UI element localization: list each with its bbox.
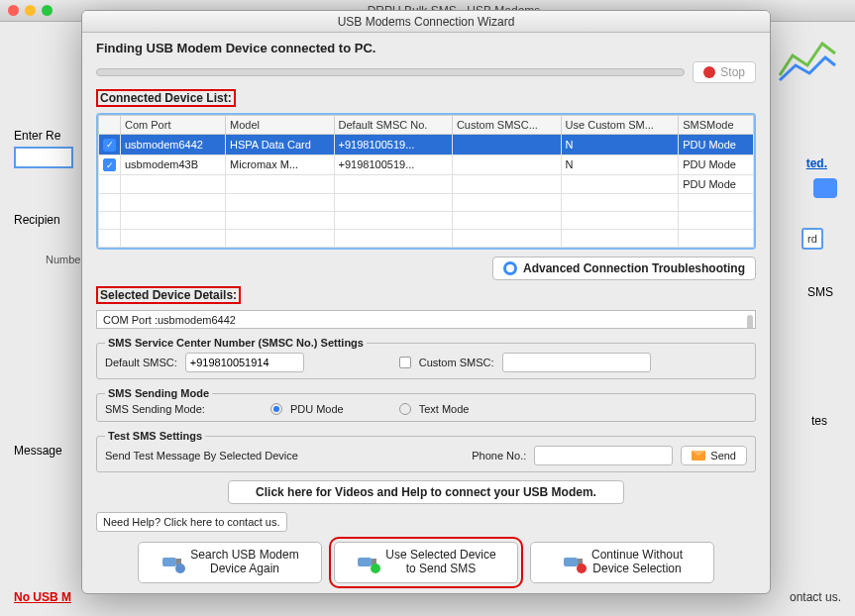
gear-icon (503, 261, 517, 275)
table-row[interactable] (99, 230, 754, 248)
mail-icon (692, 451, 705, 461)
row-checkbox[interactable]: ✓ (103, 139, 116, 152)
table-header[interactable]: Model (226, 116, 335, 135)
pdu-mode-radio[interactable] (270, 403, 282, 415)
need-help-button[interactable]: Need Help? Click here to contact us. (96, 512, 287, 532)
details-scrollbar[interactable] (747, 315, 753, 329)
connected-device-list-heading: Connected Device List: (96, 89, 236, 107)
table-header[interactable]: Use Custom SM... (561, 116, 679, 135)
row-checkbox-cell[interactable] (99, 175, 121, 194)
traffic-lights[interactable] (0, 5, 53, 16)
custom-smsc-input[interactable] (502, 353, 651, 372)
test-sms-group: Test SMS Settings Send Test Message By S… (96, 430, 756, 472)
send-test-button[interactable]: Send (681, 446, 747, 465)
bg-sms-label-fragment: SMS (807, 285, 833, 299)
test-sms-label: Send Test Message By Selected Device (105, 450, 298, 462)
usb-cancel-icon (562, 555, 584, 570)
use-selected-device-button[interactable]: Use Selected Deviceto Send SMS (334, 542, 518, 583)
stop-button-label: Stop (720, 65, 745, 79)
selected-device-details-box: COM Port :usbmodem6442Manufacturer :TCT … (96, 310, 756, 329)
text-mode-radio[interactable] (399, 403, 411, 415)
table-row[interactable]: ✓usbmodem6442HSPA Data Card+9198100519..… (99, 135, 754, 155)
custom-smsc-label: Custom SMSC: (419, 357, 494, 368)
videos-help-button[interactable]: Click here for Videos and Help to connec… (228, 480, 624, 504)
bg-recipient-input[interactable] (14, 147, 73, 168)
bg-message-label: Message (14, 444, 62, 458)
table-header[interactable]: Custom SMSC... (452, 116, 561, 135)
table-header[interactable]: SMSMode (679, 116, 754, 135)
send-test-label: Send (710, 450, 736, 462)
close-icon[interactable] (8, 5, 19, 16)
phone-no-input[interactable] (534, 446, 673, 465)
pdu-mode-label: PDU Mode (290, 403, 344, 415)
minimize-icon[interactable] (25, 5, 36, 16)
scan-progress-bar (96, 68, 685, 76)
continue-without-label: Continue WithoutDevice Selection (591, 549, 683, 576)
table-row[interactable] (99, 194, 754, 212)
advanced-troubleshooting-label: Advanced Connection Troubleshooting (523, 261, 745, 275)
text-mode-label: Text Mode (419, 403, 470, 415)
smsc-settings-legend: SMS Service Center Number (SMSC No.) Set… (105, 337, 367, 349)
table-header[interactable]: Default SMSC No. (334, 116, 452, 135)
connection-wizard-dialog: USB Modems Connection Wizard Finding USB… (81, 10, 771, 594)
smsc-settings-group: SMS Service Center Number (SMSC No.) Set… (96, 337, 756, 379)
default-smsc-label: Default SMSC: (105, 357, 177, 368)
selected-device-details-heading: Selected Device Details: (96, 286, 241, 304)
detail-line: COM Port :usbmodem6442 (103, 314, 749, 328)
advanced-troubleshooting-button[interactable]: Advanced Connection Troubleshooting (492, 257, 756, 280)
table-header[interactable] (99, 116, 121, 135)
bg-number-column-label: Numbe (46, 254, 80, 265)
detail-line: Manufacturer :TCT Mobile International L… (103, 328, 749, 330)
search-again-button[interactable]: Search USB ModemDevice Again (138, 542, 322, 583)
use-selected-device-label: Use Selected Deviceto Send SMS (385, 549, 495, 576)
table-row[interactable] (99, 212, 754, 230)
bg-recipients-label: Recipien (14, 213, 60, 227)
row-checkbox-cell[interactable]: ✓ (99, 135, 121, 155)
row-checkbox-cell[interactable]: ✓ (99, 154, 121, 175)
custom-smsc-checkbox[interactable] (399, 357, 411, 368)
bg-dropdown-fragment[interactable] (813, 178, 837, 198)
table-header[interactable]: Com Port (121, 116, 226, 135)
sms-sending-mode-label: SMS Sending Mode: (105, 403, 205, 415)
continue-without-button[interactable]: Continue WithoutDevice Selection (530, 542, 714, 583)
contact-us-link-fragment[interactable]: ontact us. (790, 590, 841, 604)
phone-no-label: Phone No.: (472, 450, 526, 462)
no-usb-modem-link[interactable]: No USB M (14, 590, 71, 604)
usb-search-icon (160, 555, 182, 570)
bg-wizard-button-fragment[interactable]: rd (802, 228, 823, 250)
bg-connected-link-fragment[interactable]: ted. (806, 156, 827, 170)
connected-devices-table[interactable]: Com PortModelDefault SMSC No.Custom SMSC… (96, 113, 756, 250)
zoom-icon[interactable] (42, 5, 53, 16)
bg-enter-recipient-label: Enter Re (14, 129, 60, 143)
finding-heading: Finding USB Modem Device connected to PC… (96, 41, 756, 55)
sms-sending-mode-legend: SMS Sending Mode (105, 387, 212, 399)
stop-button[interactable]: Stop (693, 61, 756, 83)
stop-icon (703, 66, 715, 78)
test-sms-legend: Test SMS Settings (105, 430, 205, 442)
dialog-title: USB Modems Connection Wizard (82, 11, 770, 33)
bg-tes-label-fragment: tes (811, 414, 827, 428)
row-checkbox[interactable]: ✓ (103, 158, 116, 171)
sms-sending-mode-group: SMS Sending Mode SMS Sending Mode: PDU M… (96, 387, 756, 422)
default-smsc-input[interactable] (185, 353, 304, 372)
search-again-label: Search USB ModemDevice Again (190, 549, 298, 576)
usb-ok-icon (356, 555, 377, 570)
table-row[interactable]: PDU Mode (99, 175, 754, 194)
table-row[interactable]: ✓usbmodem43BMicromax M...+9198100519...N… (99, 154, 754, 175)
chart-illustration-icon (778, 36, 837, 85)
